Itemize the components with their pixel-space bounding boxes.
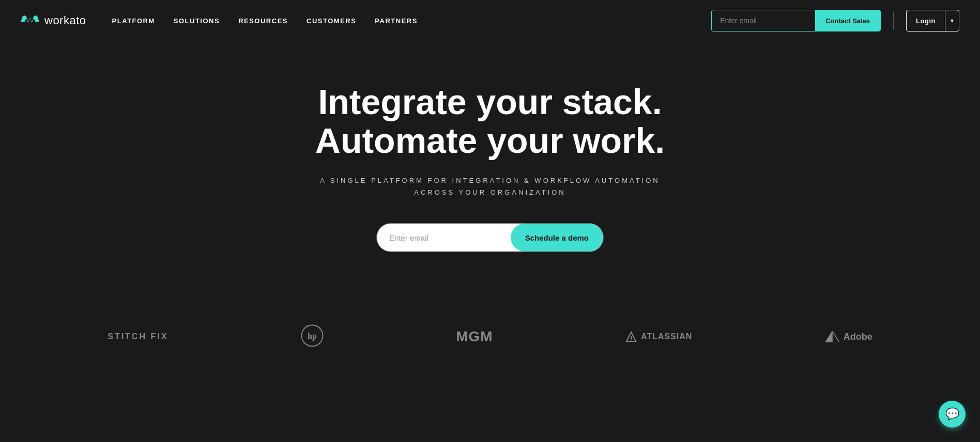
nav-item-solutions[interactable]: SOLUTIONS: [174, 17, 220, 25]
customer-logos: STITCH FIX hp MGM ATLASSIAN Adobe: [0, 304, 980, 370]
schedule-demo-button[interactable]: Schedule a demo: [511, 224, 603, 251]
nav-item-customers[interactable]: CUSTOMERS: [307, 17, 356, 25]
mgm-logo: MGM: [456, 328, 493, 345]
adobe-logo: Adobe: [825, 331, 872, 342]
contact-sales-form: Contact Sales: [711, 10, 881, 31]
nav-item-resources[interactable]: RESOURCES: [238, 17, 288, 25]
hero-subtitle: A SINGLE PLATFORM FOR INTEGRATION & WORK…: [309, 175, 671, 199]
nav-links: PLATFORM SOLUTIONS RESOURCES CUSTOMERS P…: [112, 17, 712, 25]
chat-button[interactable]: 💬: [939, 401, 966, 428]
logo-text: workato: [44, 14, 86, 27]
workato-logo-icon: [21, 13, 39, 28]
nav-item-platform[interactable]: PLATFORM: [112, 17, 155, 25]
login-button[interactable]: Login: [907, 10, 945, 31]
login-wrapper: Login ▾: [906, 10, 959, 31]
navbar: workato PLATFORM SOLUTIONS RESOURCES CUS…: [0, 0, 980, 41]
svg-text:hp: hp: [308, 332, 317, 341]
adobe-icon: [825, 331, 839, 342]
svg-marker-5: [832, 331, 839, 342]
stitch-fix-logo: STITCH FIX: [108, 332, 168, 341]
contact-sales-button[interactable]: Contact Sales: [815, 10, 880, 31]
hero-section: Integrate your stack. Automate your work…: [0, 41, 980, 283]
login-dropdown-button[interactable]: ▾: [945, 10, 959, 31]
hero-title: Integrate your stack. Automate your work…: [257, 83, 723, 160]
chat-icon: 💬: [945, 407, 959, 421]
nav-email-input[interactable]: [712, 10, 815, 31]
nav-item-partners[interactable]: PARTNERS: [375, 17, 418, 25]
atlassian-icon: [625, 331, 637, 342]
hero-email-input[interactable]: [377, 224, 511, 251]
atlassian-logo: ATLASSIAN: [625, 331, 692, 342]
hp-logo: hp: [301, 324, 324, 349]
nav-right: Contact Sales Login ▾: [711, 10, 959, 31]
logo-link[interactable]: workato: [21, 13, 86, 28]
nav-divider: [893, 11, 894, 30]
svg-marker-4: [825, 331, 832, 342]
hero-form: Schedule a demo: [376, 223, 604, 252]
